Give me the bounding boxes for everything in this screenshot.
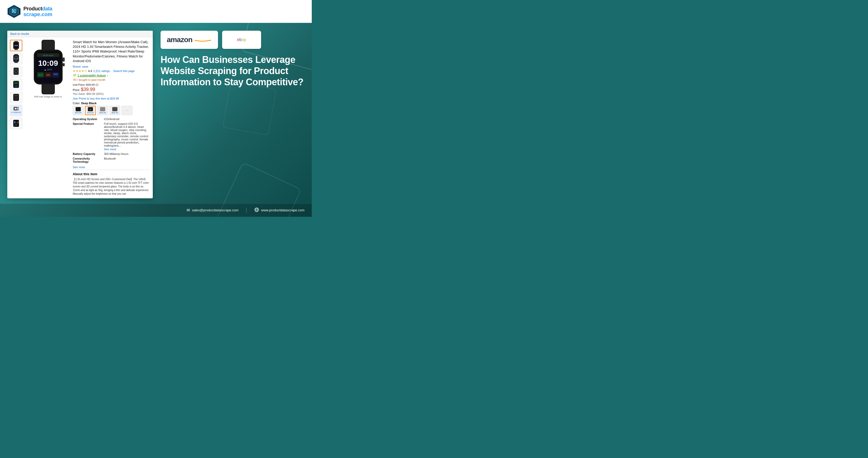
svg-text:10:09: 10:09: [14, 58, 18, 59]
videos-label: 6 VIDEOS: [11, 111, 22, 114]
product-title: Smart Watch for Men Women (Answer/Make C…: [73, 40, 150, 63]
svg-rect-3: [12, 9, 16, 13]
svg-rect-28: [14, 97, 19, 97]
svg-rect-17: [14, 62, 18, 63]
swatch-5[interactable]: · ·: [122, 106, 132, 115]
ebay-letter-b: b: [239, 37, 242, 42]
thumbnails-column: 10:09 10:09: [10, 40, 23, 196]
svg-rect-42: [42, 40, 54, 51]
see-more-feature[interactable]: See more: [104, 148, 150, 151]
spec-label-os: Operating System: [73, 117, 104, 121]
logo-text: Productdata scrape.com: [23, 6, 52, 17]
main-product-image: 06-04 SUN 10:09 ☁ 24°C 8.72 265 9680: [26, 40, 70, 196]
amazon-wordmark: amazon: [167, 36, 192, 44]
website-url[interactable]: www.productdatascrape.com: [261, 208, 305, 212]
svg-text:10:09: 10:09: [38, 59, 58, 67]
info-icon[interactable]: ⓘ: [96, 83, 98, 86]
svg-text:9680: 9680: [54, 73, 58, 75]
search-page-link[interactable]: Search this page: [113, 69, 135, 72]
videos-thumbnail[interactable]: 6 VIDEOS: [10, 105, 22, 116]
thumbnail-2[interactable]: 10:09: [10, 53, 22, 64]
spec-value-feature: Full touch, support iOS 9.0 above/Androi…: [104, 121, 150, 152]
rating-count[interactable]: 2,211 ratings: [93, 69, 110, 72]
leaf-icon: 🌱: [73, 74, 76, 77]
svg-point-20: [15, 70, 17, 72]
spec-row-battery: Battery Capacity 300 Milliamp Hours: [73, 152, 150, 156]
rating-value: 4.4: [88, 69, 92, 72]
product-screenshot: Back to results 10:09: [7, 31, 153, 198]
thumbnail-5[interactable]: [10, 92, 22, 103]
price-section: List Price: $99.99 ⓘ Price: $39.99 You S…: [73, 83, 150, 95]
svg-text:06-04  SUN: 06-04 SUN: [43, 54, 53, 57]
ebay-letter-y: y: [244, 37, 246, 42]
product-info-panel: Smart Watch for Men Women (Answer/Make C…: [73, 40, 150, 196]
svg-rect-34: [18, 109, 19, 111]
current-price: $39.99: [81, 88, 95, 92]
svg-text:265: 265: [15, 86, 17, 87]
about-section: About this item 【1.91-inch HD Screen and…: [73, 170, 150, 196]
contact-website: www.productdatascrape.com: [254, 207, 305, 213]
svg-rect-11: [14, 49, 18, 50]
prime-text[interactable]: Join Prime to buy this item at $29.99: [73, 97, 150, 100]
spec-row-os: Operating System iOS/Android: [73, 117, 150, 121]
swatch-1[interactable]: $39.99: [73, 106, 84, 115]
content-area: Back to results 10:09: [0, 23, 312, 204]
list-price-value: $99.99: [86, 83, 95, 86]
back-to-results[interactable]: Back to results: [7, 31, 153, 37]
spec-value-battery: 300 Milliamp Hours: [104, 152, 150, 156]
about-text: 【1.91-inch HD Screen and 200+ Customized…: [73, 178, 150, 196]
headline-text: How Can Businesses Leverage Website Scra…: [160, 54, 305, 88]
thumbnail-3[interactable]: [10, 66, 22, 77]
ebay-letter-a: a: [242, 37, 244, 42]
roll-over-text: Roll over image to zoom in: [34, 95, 62, 98]
swatch-2[interactable]: ● $39.99: [85, 106, 96, 115]
svg-rect-39: [14, 125, 18, 125]
svg-point-36: [14, 121, 16, 123]
svg-rect-61: [75, 107, 81, 111]
ebay-card: ebay: [222, 31, 261, 49]
see-more-connectivity[interactable]: See more: [73, 165, 150, 169]
svg-rect-27: [14, 95, 19, 96]
svg-rect-59: [63, 57, 65, 62]
swatch-3[interactable]: $39.99: [97, 106, 108, 115]
svg-rect-60: [63, 63, 65, 66]
svg-rect-38: [14, 124, 19, 124]
color-swatches: $39.99 ● $39.99: [73, 106, 150, 115]
spec-row-connectivity: Connectivity Technology Bluetooth: [73, 156, 150, 164]
logo-name-bottom: scrape.com: [23, 11, 52, 17]
svg-text:8.72: 8.72: [38, 74, 42, 76]
logo-icon: [7, 5, 21, 18]
swatch-4[interactable]: $99.99: [110, 106, 120, 115]
footer-contact: ✉ sales@productdatascrape.com www.produc…: [0, 204, 312, 217]
contact-email: ✉ sales@productdatascrape.com: [187, 208, 239, 213]
svg-rect-35: [13, 120, 19, 127]
brand-line: Brand: uaue: [73, 65, 150, 68]
email-address[interactable]: sales@productdatascrape.com: [192, 208, 239, 212]
savings-row: You Save: $60.00 (60%): [73, 92, 150, 95]
right-panel: amazon ebay How Can: [160, 31, 305, 198]
headline-section: How Can Businesses Leverage Website Scra…: [160, 54, 305, 198]
sustainability-link[interactable]: 1 sustainability feature: [78, 74, 106, 77]
brand-link[interactable]: uaue: [82, 65, 88, 68]
thumbnail-4[interactable]: 8.72 265: [10, 79, 22, 90]
svg-text:Call: Call: [17, 121, 19, 123]
thumbnail-1[interactable]: 10:09: [10, 40, 22, 51]
logo: Productdata scrape.com: [7, 5, 52, 18]
svg-rect-33: [18, 107, 19, 109]
logo-name-top: Productdata: [23, 6, 52, 11]
amazon-arrow-svg: [193, 38, 212, 42]
color-label: Color: Deep Black: [73, 102, 150, 105]
ebay-letter-e: e: [237, 37, 239, 42]
screenshot-body: 10:09 10:09: [7, 37, 153, 198]
svg-marker-66: [210, 39, 211, 41]
svg-text:8.72: 8.72: [15, 83, 18, 84]
header: Productdata scrape.com: [0, 0, 312, 23]
watch-display: 06-04 SUN 10:09 ☁ 24°C 8.72 265 9680: [28, 40, 68, 94]
ebay-logo: ebay: [237, 37, 246, 42]
specs-table: Operating System iOS/Android Special Fea…: [73, 117, 150, 164]
price-label-row: Price: $39.99: [73, 87, 150, 92]
svg-rect-29: [14, 98, 19, 99]
star-rating: ★★★★½: [73, 69, 87, 73]
thumbnail-6[interactable]: Call: [10, 118, 22, 129]
amazon-card: amazon: [160, 31, 218, 49]
